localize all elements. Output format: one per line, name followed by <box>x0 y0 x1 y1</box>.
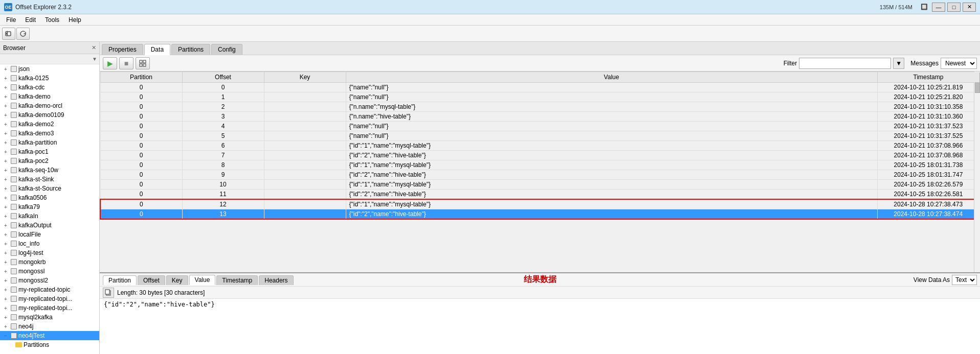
table-row[interactable]: 012{"id":"1","name":"mysql-table"}2024-1… <box>100 199 979 209</box>
expander[interactable]: + <box>4 278 9 284</box>
table-row[interactable]: 00{"name":"null"}2024-10-21 10:25:21.819 <box>100 83 979 92</box>
tree-item-mongossl2[interactable]: + mongossl2 <box>0 276 99 285</box>
expander[interactable]: + <box>4 168 9 173</box>
grid-button[interactable] <box>136 57 150 69</box>
tree-item-kafka-poc1[interactable]: + kafka-poc1 <box>0 147 99 156</box>
expander[interactable]: + <box>4 131 9 136</box>
tree-item-localfile[interactable]: + localFile <box>0 230 99 239</box>
expander[interactable]: + <box>4 287 9 293</box>
tab-properties[interactable]: Properties <box>102 44 143 55</box>
expander[interactable]: + <box>4 204 9 210</box>
expander[interactable]: + <box>4 269 9 274</box>
tree-item-neo4jtest[interactable]: − neo4jTest <box>0 331 99 340</box>
expander-json[interactable]: + <box>4 66 9 72</box>
expander[interactable]: + <box>4 324 9 329</box>
messages-select[interactable]: Newest <box>941 58 977 69</box>
tree-item-kafka-demo3[interactable]: + kafka-demo3 <box>0 129 99 138</box>
table-row[interactable]: 02{"n.name":"mysql-table"}2024-10-21 10:… <box>100 102 979 112</box>
table-row[interactable]: 08{"id":"1","name":"mysql-table"}2024-10… <box>100 160 979 170</box>
expander[interactable]: + <box>4 241 9 247</box>
close-button[interactable]: ✕ <box>963 3 976 12</box>
table-row[interactable]: 01{"name":"null"}2024-10-21 10:25:21.820 <box>100 92 979 102</box>
expander[interactable]: + <box>4 112 9 118</box>
table-row[interactable]: 010{"id":"1","name":"mysql-table"}2024-1… <box>100 180 979 190</box>
tree-item-kafka-demo2[interactable]: + kafka-demo2 <box>0 120 99 129</box>
table-row[interactable]: 011{"id":"2","name":"hive-table"}2024-10… <box>100 190 979 200</box>
bottom-tab-value[interactable]: Value <box>189 275 216 285</box>
tree-item-kafka-st-source[interactable]: + kafka-st-Source <box>0 184 99 193</box>
expander[interactable]: + <box>4 305 9 311</box>
tree-item-kafkain[interactable]: + kafkaIn <box>0 211 99 221</box>
expander[interactable]: + <box>4 186 9 192</box>
tree-subitem-partitions[interactable]: Partitions <box>0 340 99 349</box>
maximize-button[interactable]: □ <box>947 3 961 12</box>
tree-item-loc-info[interactable]: + loc_info <box>0 239 99 248</box>
tree-item-my-replicated-1[interactable]: + my-replicated-topic <box>0 285 99 294</box>
bottom-tab-headers[interactable]: Headers <box>259 275 293 285</box>
menu-help[interactable]: Help <box>64 15 85 25</box>
tree-item-kafka-st-sink[interactable]: + kafka-st-Sink <box>0 175 99 184</box>
view-data-select[interactable]: Text <box>952 275 977 285</box>
filter-input[interactable] <box>799 58 891 69</box>
toolbar-back-button[interactable] <box>2 28 15 40</box>
tree-item-json[interactable]: + json <box>0 64 99 74</box>
table-row[interactable]: 013{"id":"2","name":"hive-table"}2024-10… <box>100 209 979 220</box>
tree-item-kafka-demo0109[interactable]: + kafka-demo0109 <box>0 110 99 120</box>
expander[interactable]: + <box>4 85 9 90</box>
bottom-tab-key[interactable]: Key <box>166 275 188 285</box>
expander[interactable]: + <box>4 103 9 109</box>
tab-partitions[interactable]: Partitions <box>171 44 210 55</box>
expander[interactable]: + <box>4 158 9 164</box>
menu-file[interactable]: File <box>2 15 20 25</box>
bottom-tab-offset[interactable]: Offset <box>138 275 165 285</box>
expander[interactable]: + <box>4 177 9 182</box>
expander[interactable]: + <box>4 214 9 219</box>
tree-item-kafka-demo-orcl[interactable]: + kafka-demo-orcl <box>0 101 99 110</box>
menu-tools[interactable]: Tools <box>41 15 63 25</box>
table-row[interactable]: 04{"name":"null"}2024-10-21 10:31:37.523 <box>100 122 979 131</box>
tree-item-kafka-demo[interactable]: + kafka-demo <box>0 92 99 101</box>
tree-item-mongokrb[interactable]: + mongokrb <box>0 257 99 267</box>
tree-item-kafka-cdc[interactable]: + kafka-cdc <box>0 83 99 92</box>
tree-item-kafka0506[interactable]: + kafka0506 <box>0 193 99 202</box>
tree-item-mongossl[interactable]: + mongossl <box>0 267 99 276</box>
play-button[interactable]: ▶ <box>103 57 117 69</box>
stop-button[interactable]: ■ <box>119 57 133 69</box>
tree-item-kafkaoutput[interactable]: + kafkaOutput <box>0 221 99 230</box>
expander[interactable]: + <box>4 232 9 238</box>
tree-item-kafka-seq-10w[interactable]: + kafka-seq-10w <box>0 166 99 175</box>
tab-data[interactable]: Data <box>144 44 170 55</box>
expander[interactable]: + <box>4 149 9 155</box>
bottom-tab-timestamp[interactable]: Timestamp <box>216 275 258 285</box>
expander[interactable]: + <box>4 140 9 146</box>
copy-button[interactable] <box>103 288 114 298</box>
filter-apply-button[interactable]: ▼ <box>893 58 904 69</box>
tree-item-kafka79[interactable]: + kafka79 <box>0 202 99 211</box>
tree-item-kafka-0125[interactable]: + kafka-0125 <box>0 74 99 83</box>
expander[interactable]: + <box>4 315 9 320</box>
tree-item-kafka-poc2[interactable]: + kafka-poc2 <box>0 156 99 166</box>
expander[interactable]: + <box>4 296 9 302</box>
minimize-button[interactable]: — <box>932 3 945 12</box>
table-row[interactable]: 06{"id":"1","name":"mysql-table"}2024-10… <box>100 141 979 151</box>
tree-item-my-replicated-2[interactable]: + my-replicated-topi... <box>0 294 99 303</box>
tree-item-mysql2kafka[interactable]: + mysql2kafka <box>0 313 99 322</box>
expander[interactable]: + <box>4 195 9 201</box>
expander[interactable]: − <box>4 333 9 339</box>
tab-config[interactable]: Config <box>211 44 242 55</box>
expander[interactable]: + <box>4 76 9 81</box>
tree-item-kafka-partition[interactable]: + kafka-partition <box>0 138 99 147</box>
browser-tab-close[interactable]: ✕ <box>92 44 96 51</box>
expander[interactable]: + <box>4 250 9 256</box>
tree-item-my-replicated-3[interactable]: + my-replicated-topi... <box>0 303 99 313</box>
table-row[interactable]: 07{"id":"2","name":"hive-table"}2024-10-… <box>100 151 979 160</box>
menu-edit[interactable]: Edit <box>21 15 40 25</box>
toolbar-refresh-button[interactable] <box>16 28 30 40</box>
tree-item-log4j-test[interactable]: + log4j-test <box>0 248 99 257</box>
bottom-tab-partition[interactable]: Partition <box>103 275 137 285</box>
expander[interactable]: + <box>4 122 9 127</box>
table-row[interactable]: 03{"n.name":"hive-table"}2024-10-21 10:3… <box>100 112 979 122</box>
table-row[interactable]: 05{"name":"null"}2024-10-21 10:31:37.525 <box>100 131 979 141</box>
expander[interactable]: + <box>4 223 9 228</box>
tree-item-neo4j[interactable]: + neo4j <box>0 322 99 331</box>
